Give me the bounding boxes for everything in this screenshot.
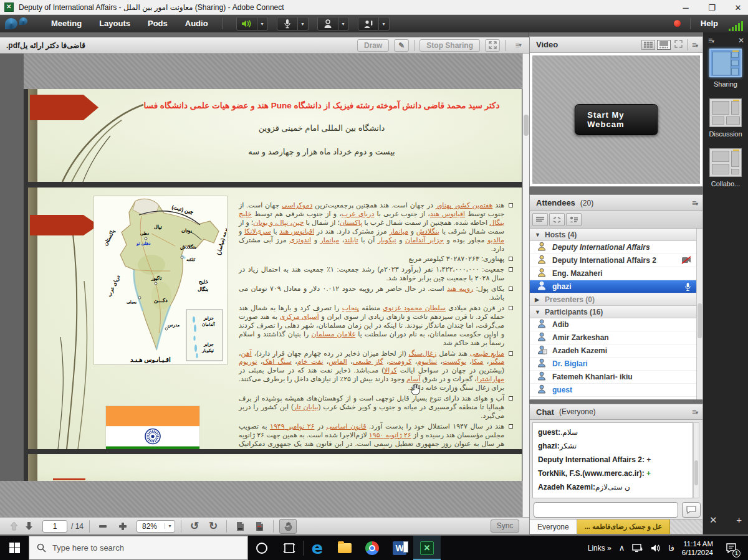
chat-pod-menu-icon[interactable]: ≡▾ xyxy=(692,407,698,416)
attendee-list-view-icon[interactable] xyxy=(532,213,548,226)
layout-add-icon[interactable]: + xyxy=(736,515,742,526)
share-pod-menu-icon[interactable]: ≡▾ xyxy=(511,39,525,52)
menu-layouts[interactable]: Layouts xyxy=(90,15,139,32)
mic-caret[interactable]: ▾ xyxy=(298,17,309,31)
attendee-row[interactable]: Adib xyxy=(530,318,696,331)
layout-label-discussion[interactable]: Discussion xyxy=(703,130,748,138)
layout-bar-menu-icon[interactable]: ≡▾ xyxy=(708,36,714,45)
adobe-connect-taskbar-icon[interactable]: ✕ xyxy=(413,536,441,560)
speaker-icon xyxy=(241,19,252,28)
tray-expand-icon[interactable]: ∧ xyxy=(619,543,625,553)
attendee-section-header[interactable]: ▼Participants (16) xyxy=(530,306,696,318)
attendee-row[interactable]: Eng. Mazaheri xyxy=(530,267,696,280)
taskbar-search-box[interactable]: Type here to search xyxy=(29,536,248,560)
webcam-button[interactable] xyxy=(317,17,338,31)
volume-icon[interactable] xyxy=(651,544,661,553)
hand-tool-button[interactable] xyxy=(279,519,297,534)
rotate-cw-icon[interactable]: ↻ xyxy=(206,520,221,533)
attendee-row[interactable]: Dr. Biglari xyxy=(530,358,696,371)
close-button[interactable]: ✕ xyxy=(733,3,743,12)
attendee-row[interactable]: Azadeh Kazemi xyxy=(530,344,696,358)
menu-pods[interactable]: Pods xyxy=(139,15,176,32)
zoom-level-dropdown[interactable]: 82% ▾ xyxy=(137,520,175,533)
chat-tab-everyone[interactable]: Everyone xyxy=(530,520,577,534)
raise-hand-button[interactable] xyxy=(358,17,379,31)
chat-input[interactable] xyxy=(534,502,678,518)
slide1-line2: دانشگاه بین المللی امام خمینی قزوین xyxy=(134,123,509,133)
chat-tab-private[interactable]: عل و جسک رضای‌فاطمه ... xyxy=(577,520,670,534)
chat-scrollbar[interactable] xyxy=(693,422,699,498)
attendee-status-view-icon[interactable] xyxy=(566,213,582,226)
mic-button[interactable] xyxy=(277,17,298,31)
network-icon[interactable] xyxy=(632,544,643,553)
continuous-view-icon[interactable] xyxy=(252,520,267,533)
connection-signal-icon[interactable] xyxy=(729,21,743,31)
hand-cursor-icon xyxy=(410,383,421,395)
speaker-button[interactable] xyxy=(236,17,257,31)
edge-icon[interactable]: e xyxy=(304,536,331,560)
taskbar-clock[interactable]: 11:14 AM 6/11/2024 xyxy=(682,539,713,557)
filmstrip-view-icon[interactable] xyxy=(657,40,671,50)
single-page-view-icon[interactable] xyxy=(233,520,247,533)
stop-sharing-button[interactable]: Stop Sharing xyxy=(420,39,480,52)
start-button[interactable] xyxy=(0,536,29,560)
zoom-caret-icon[interactable]: ▾ xyxy=(165,523,175,529)
chat-sender: ghazi: xyxy=(538,442,560,450)
menu-meeting[interactable]: Meeting xyxy=(42,15,90,32)
menu-audio[interactable]: Audio xyxy=(176,15,217,32)
attendee-row[interactable]: Fatemeh Khanlari- ikiu xyxy=(530,371,696,384)
attendee-row[interactable]: guest xyxy=(530,384,696,397)
page-down-icon[interactable] xyxy=(21,520,36,533)
rotate-ccw-icon[interactable]: ↺ xyxy=(187,520,202,533)
sync-button[interactable]: Sync xyxy=(491,520,519,533)
action-center-icon[interactable]: 1 xyxy=(721,536,742,560)
connect-logo-icon xyxy=(5,18,17,29)
layout-thumb-discussion[interactable] xyxy=(709,98,742,127)
zoom-in-icon[interactable] xyxy=(115,520,130,533)
pointer-tool-icon[interactable]: ✎ xyxy=(394,39,409,52)
maximize-button[interactable]: ❐ xyxy=(707,3,717,12)
bullet-marker-icon xyxy=(509,267,513,272)
breakout-view-icon[interactable] xyxy=(549,213,565,226)
page-number-input[interactable] xyxy=(42,520,67,533)
links-toolbar[interactable]: Links » xyxy=(588,544,611,553)
layout-bar-close-icon[interactable]: ✕ xyxy=(738,36,744,45)
layout-thumb-sharing[interactable] xyxy=(709,49,742,77)
zoom-out-icon[interactable] xyxy=(95,520,110,533)
document-scrollbar[interactable] xyxy=(522,54,529,517)
chat-message-list: guest: سلام.ghazi: تشکرDeputy Internatio… xyxy=(532,422,693,498)
chrome-icon[interactable] xyxy=(358,536,386,560)
attendee-row[interactable]: Deputy International Affairs xyxy=(530,241,696,254)
attendee-row[interactable]: Deputy International Affairs 2 xyxy=(530,254,696,267)
word-icon[interactable]: W xyxy=(386,536,413,560)
send-message-button[interactable] xyxy=(682,502,701,518)
layout-delete-icon[interactable]: ✕ xyxy=(709,515,717,526)
layout-label-sharing[interactable]: Sharing xyxy=(703,80,748,88)
video-fullscreen-icon[interactable] xyxy=(674,40,683,50)
map-label-madras: مدرس xyxy=(168,323,180,328)
attendee-row[interactable]: Amir Zarkeshan xyxy=(530,331,696,344)
video-pod-menu-icon[interactable]: ≡▾ xyxy=(692,40,698,49)
help-menu[interactable]: Help xyxy=(701,19,718,28)
page-up-icon[interactable] xyxy=(6,520,21,533)
attendee-row[interactable]: ghazi xyxy=(530,280,696,293)
layout-thumb-collaboration[interactable] xyxy=(709,148,742,177)
attendees-pod-menu-icon[interactable]: ≡▾ xyxy=(692,199,698,207)
webcam-caret[interactable]: ▾ xyxy=(338,17,349,31)
slide-bullet: پهناوری: ۳۰۲۸۷۰۲۶۳ کیلومتر مربع xyxy=(239,255,513,263)
fullscreen-icon[interactable] xyxy=(485,39,500,52)
language-indicator[interactable]: فا xyxy=(668,544,674,553)
cortana-icon[interactable] xyxy=(248,536,276,560)
task-view-icon[interactable] xyxy=(276,536,303,560)
minimize-button[interactable]: ─ xyxy=(681,3,691,12)
file-explorer-icon[interactable] xyxy=(331,536,358,560)
attendee-section-header[interactable]: ▶Presenters (0) xyxy=(530,293,696,306)
layout-label-collaboration[interactable]: Collabo... xyxy=(703,180,748,187)
grid-view-icon[interactable] xyxy=(641,40,655,50)
attendee-section-header[interactable]: ▼Hosts (4) xyxy=(530,229,696,241)
draw-button[interactable]: Draw xyxy=(357,39,389,52)
start-webcam-button[interactable]: Start My Webcam xyxy=(574,104,658,135)
attendees-scrollbar[interactable] xyxy=(696,229,702,399)
speaker-caret[interactable]: ▾ xyxy=(257,17,268,31)
status-caret[interactable]: ▾ xyxy=(379,17,390,31)
